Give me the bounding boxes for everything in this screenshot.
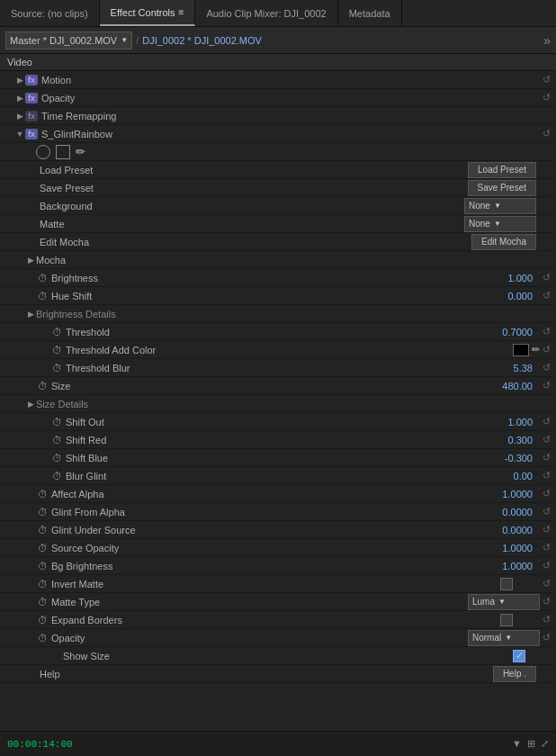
reset-hue-shift[interactable]: ↺ [540, 290, 552, 302]
color-swatch-threshold[interactable] [513, 344, 529, 356]
stopwatch-affect-alpha[interactable]: ⏱ [36, 488, 49, 500]
reset-invert-matte[interactable]: ↺ [540, 578, 552, 590]
circle-shape-icon[interactable] [36, 145, 50, 159]
reset-glint-under-source[interactable]: ↺ [540, 524, 552, 536]
show-size-checkbox[interactable]: ✓ [513, 650, 525, 662]
tab-menu-icon[interactable]: ≡ [179, 7, 184, 17]
expand-mocha[interactable]: ▶ [25, 255, 36, 266]
tab-audio-mixer[interactable]: Audio Clip Mixer: DJI_0002 [195, 0, 337, 26]
reset-threshold[interactable]: ↺ [540, 326, 552, 338]
glint-from-alpha-value[interactable]: 0.0000 [486, 507, 540, 518]
reset-threshold-blur[interactable]: ↺ [540, 362, 552, 374]
brightness-row: ⏱ Brightness 1.000 ↺ [0, 269, 556, 287]
reset-motion[interactable]: ↺ [540, 74, 552, 86]
stopwatch-glint-under-source[interactable]: ⏱ [36, 524, 49, 536]
stopwatch-blur-glint[interactable]: ⏱ [50, 470, 63, 482]
size-value[interactable]: 480.00 [486, 381, 540, 392]
expand-icon[interactable]: ⤢ [541, 738, 549, 750]
expand-opacity[interactable]: ▶ [14, 93, 25, 104]
reset-shift-out[interactable]: ↺ [540, 416, 552, 428]
shift-out-value[interactable]: 1.000 [486, 417, 540, 428]
background-dropdown[interactable]: None ▼ [464, 198, 536, 214]
pencil-color-icon[interactable]: ✏ [532, 344, 540, 356]
stopwatch-size[interactable]: ⏱ [36, 380, 49, 392]
reset-source-opacity[interactable]: ↺ [540, 542, 552, 554]
reset-glint-from-alpha[interactable]: ↺ [540, 506, 552, 518]
reset-matte-type[interactable]: ↺ [540, 596, 552, 608]
stopwatch-source-opacity[interactable]: ⏱ [36, 542, 49, 554]
bg-brightness-value[interactable]: 1.0000 [486, 561, 540, 572]
stopwatch-matte-type[interactable]: ⏱ [36, 596, 49, 608]
stopwatch-invert-matte[interactable]: ⏱ [36, 578, 49, 590]
master-dropdown[interactable]: Master * DJI_0002.MOV ▼ [5, 32, 132, 50]
reset-brightness[interactable]: ↺ [540, 272, 552, 284]
panel-menu-icon[interactable]: » [543, 33, 551, 48]
reset-s-glint[interactable]: ↺ [540, 128, 552, 140]
glint-from-alpha-row: ⏱ Glint From Alpha 0.0000 ↺ [0, 503, 556, 521]
source-opacity-row: ⏱ Source Opacity 1.0000 ↺ [0, 539, 556, 557]
reset-blur-glint[interactable]: ↺ [540, 470, 552, 482]
stopwatch-shift-out[interactable]: ⏱ [50, 416, 63, 428]
edit-mocha-button[interactable]: Edit Mocha [471, 234, 536, 250]
reset-opacity[interactable]: ↺ [540, 92, 552, 104]
expand-s-glint[interactable]: ▼ [14, 129, 25, 140]
reset-bg-brightness[interactable]: ↺ [540, 560, 552, 572]
blur-glint-row: ⏱ Blur Glint 0.00 ↺ [0, 467, 556, 485]
stopwatch-expand-borders[interactable]: ⏱ [36, 614, 49, 626]
stopwatch-glint-from-alpha[interactable]: ⏱ [36, 506, 49, 518]
invert-matte-checkbox[interactable] [500, 578, 513, 590]
rect-shape-icon[interactable] [56, 145, 70, 159]
tab-metadata[interactable]: Metadata [338, 0, 402, 26]
expand-motion[interactable]: ▶ [14, 75, 25, 86]
reset-shift-blue[interactable]: ↺ [540, 452, 552, 464]
threshold-blur-value[interactable]: 5.38 [486, 363, 540, 374]
glint-under-source-row: ⏱ Glint Under Source 0.0000 ↺ [0, 521, 556, 539]
threshold-value[interactable]: 0.7000 [486, 327, 540, 338]
stopwatch-threshold-color[interactable]: ⏱ [50, 344, 63, 356]
filter-icon[interactable]: ▼ [512, 738, 522, 750]
glint-under-source-value[interactable]: 0.0000 [486, 525, 540, 536]
stopwatch-shift-blue[interactable]: ⏱ [50, 452, 63, 464]
blur-glint-value[interactable]: 0.00 [486, 471, 540, 482]
affect-alpha-value[interactable]: 1.0000 [486, 489, 540, 500]
stopwatch-threshold-blur[interactable]: ⏱ [50, 362, 63, 374]
stopwatch-bg-brightness[interactable]: ⏱ [36, 560, 49, 572]
reset-shift-red[interactable]: ↺ [540, 434, 552, 446]
brightness-details-group: ▶ Brightness Details [0, 305, 556, 323]
shift-blue-row: ⏱ Shift Blue -0.300 ↺ [0, 449, 556, 467]
stopwatch-brightness[interactable]: ⏱ [36, 272, 49, 284]
matte-type-row: ⏱ Matte Type Luma ▼ ↺ [0, 593, 556, 611]
shapes-row: ✏ [0, 143, 556, 161]
stopwatch-shift-red[interactable]: ⏱ [50, 434, 63, 446]
tab-source[interactable]: Source: (no clips) [0, 0, 100, 26]
opacity-param-row: ⏱ Opacity Normal ▼ ↺ [0, 629, 556, 647]
source-opacity-value[interactable]: 1.0000 [486, 543, 540, 554]
expand-borders-checkbox[interactable] [500, 614, 513, 626]
matte-type-dropdown[interactable]: Luma ▼ [468, 594, 540, 610]
load-preset-button[interactable]: Load Preset [468, 162, 536, 178]
reset-expand-borders[interactable]: ↺ [540, 614, 552, 626]
help-button[interactable]: Help . [493, 666, 536, 682]
hue-shift-value[interactable]: 0.000 [486, 291, 540, 302]
expand-time-remap[interactable]: ▶ [14, 111, 25, 122]
opacity-dropdown[interactable]: Normal ▼ [468, 630, 540, 646]
reset-size[interactable]: ↺ [540, 380, 552, 392]
clip-link[interactable]: DJI_0002 * DJI_0002.MOV [142, 35, 262, 46]
fit-icon[interactable]: ⊞ [527, 738, 535, 750]
pencil-icon[interactable]: ✏ [76, 145, 85, 158]
reset-affect-alpha[interactable]: ↺ [540, 488, 552, 500]
stopwatch-opacity-param[interactable]: ⏱ [36, 632, 49, 644]
shift-red-value[interactable]: 0.300 [486, 435, 540, 446]
tab-effect-controls[interactable]: Effect Controls ≡ [100, 0, 196, 26]
stopwatch-hue-shift[interactable]: ⏱ [36, 290, 49, 302]
brightness-value[interactable]: 1.000 [486, 273, 540, 284]
matte-dropdown[interactable]: None ▼ [464, 216, 536, 232]
stopwatch-threshold[interactable]: ⏱ [50, 326, 63, 338]
expand-brightness-details[interactable]: ▶ [25, 309, 36, 320]
effects-scroll-area[interactable]: ▶ fx Motion ↺ ▶ fx Opacity ↺ ▶ fx Time R… [0, 71, 556, 731]
reset-opacity-param[interactable]: ↺ [540, 632, 552, 644]
save-preset-button[interactable]: Save Preset [468, 180, 536, 196]
shift-blue-value[interactable]: -0.300 [486, 453, 540, 464]
reset-threshold-color[interactable]: ↺ [540, 344, 552, 356]
expand-size-details[interactable]: ▶ [25, 399, 36, 410]
